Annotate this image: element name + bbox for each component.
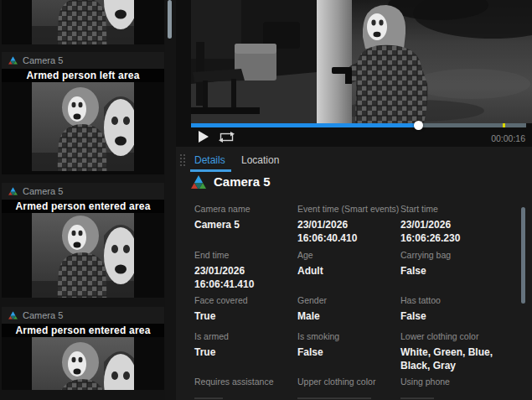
event-label: Armed person left area	[2, 69, 164, 82]
event-camera-name: Camera 5	[23, 186, 63, 196]
detail-label: Is smoking	[297, 331, 397, 341]
detail-field-age: Age Adult	[297, 250, 400, 291]
detail-label: Carrying bag	[400, 250, 500, 260]
camera-title: Camera 5	[214, 174, 271, 189]
detail-value: 23/01/202616:06:26.230	[400, 218, 500, 245]
detail-label: Is armed	[194, 331, 294, 341]
event-card-header: Camera 5	[2, 52, 164, 69]
detail-field-end-time: End time 23/01/202616:06:41.410	[194, 250, 297, 291]
event-thumbnail	[2, 82, 164, 174]
event-card-partial[interactable]	[2, 0, 164, 44]
camera-title-row: Camera 5	[191, 174, 271, 189]
detail-field-start-time: Start time 23/01/202616:06:26.230	[400, 204, 504, 245]
detail-field-lower-clothing-color: Lower clothing color White, Green, Blue,…	[400, 331, 504, 372]
detail-label: Face covered	[194, 295, 294, 305]
detail-label: End time	[194, 250, 294, 260]
detail-field-requires-assistance: Requires assistance	[194, 377, 297, 391]
details-scrollbar[interactable]	[521, 207, 525, 304]
detail-label: Upper clothing color	[297, 377, 397, 387]
detail-label: Has tattoo	[400, 295, 500, 305]
tab-details[interactable]: Details	[194, 154, 225, 166]
detail-field-has-tattoo: Has tattoo False	[400, 295, 504, 323]
loop-playback-icon	[218, 132, 235, 143]
camera-brand-triangle-logo-icon	[8, 311, 18, 319]
event-card-armed-entered-1[interactable]: Camera 5 Armed person entered area	[2, 183, 164, 298]
drag-handle-icon[interactable]	[179, 153, 186, 167]
detail-label: Start time	[400, 204, 500, 214]
sidebar-scrollbar[interactable]	[168, 0, 172, 39]
event-label: Armed person entered area	[2, 324, 164, 337]
playback-controls: 00:00:16	[176, 127, 532, 147]
detail-label: Event time (Smart events)	[297, 204, 397, 214]
details-section: Details Location Camera 5 Camera name Ca…	[176, 147, 532, 400]
playback-timestamp: 00:00:16	[491, 133, 525, 143]
thumbnail-image	[32, 0, 134, 44]
detail-label: Requires assistance	[194, 377, 294, 387]
thumbnail-image	[32, 82, 134, 171]
play-icon	[198, 131, 209, 143]
details-row: Face covered True Gender Male Has tattoo…	[194, 295, 526, 323]
detail-field-face-covered: Face covered True	[194, 295, 297, 323]
detail-value: False	[400, 309, 500, 323]
detail-value: 23/01/202616:06:41.410	[194, 264, 294, 291]
video-player[interactable]	[191, 0, 532, 123]
detail-label: Lower clothing color	[400, 331, 500, 341]
cutoff-value-hint	[194, 397, 223, 399]
camera-brand-triangle-logo-icon	[191, 175, 206, 189]
loop-playback-button[interactable]	[218, 132, 235, 143]
details-row: Is armed True Is smoking False Lower clo…	[194, 331, 526, 372]
details-row: Camera name Camera 5 Event time (Smart e…	[194, 204, 526, 245]
event-thumbnail	[2, 213, 164, 298]
detail-label: Using phone	[400, 377, 500, 387]
detail-value: True	[194, 345, 294, 359]
cutoff-value-hint	[297, 397, 371, 399]
event-card-armed-entered-2[interactable]: Camera 5 Armed person entered area	[2, 307, 164, 390]
detail-value: 23/01/202616:06:40.410	[297, 218, 397, 245]
detail-label: Age	[297, 250, 397, 260]
detail-field-using-phone: Using phone	[400, 377, 504, 391]
detail-field-carrying-bag: Carrying bag False	[400, 250, 504, 291]
thumbnail-image	[32, 337, 134, 390]
detail-label: Camera name	[194, 204, 294, 214]
video-section: 00:00:16	[176, 0, 532, 147]
event-thumbnail	[2, 0, 164, 44]
event-camera-name: Camera 5	[23, 310, 63, 320]
event-card-header: Camera 5	[2, 307, 164, 324]
detail-value: True	[194, 309, 294, 323]
thumbnail-image	[32, 213, 134, 298]
detail-field-is-armed: Is armed True	[194, 331, 297, 372]
event-label: Armed person entered area	[2, 200, 164, 213]
camera-brand-triangle-logo-icon	[8, 56, 18, 65]
event-detail-panel: 00:00:16 Details Location Camera 5 Camer…	[176, 0, 532, 400]
camera-brand-triangle-logo-icon	[8, 187, 18, 195]
cutoff-value-hint	[400, 397, 434, 399]
tab-location[interactable]: Location	[241, 154, 279, 166]
event-camera-name: Camera 5	[23, 55, 63, 65]
detail-field-event-time: Event time (Smart events) 23/01/202616:0…	[297, 204, 400, 245]
video-frame-image	[191, 0, 532, 123]
details-row: End time 23/01/202616:06:41.410 Age Adul…	[194, 250, 526, 291]
detail-value: False	[297, 345, 397, 359]
detail-value: Male	[297, 309, 397, 323]
event-card-header: Camera 5	[2, 183, 164, 200]
play-button[interactable]	[198, 131, 209, 143]
detail-field-camera-name: Camera name Camera 5	[194, 204, 297, 245]
detail-value: White, Green, Blue,Black, Gray	[400, 345, 500, 372]
details-row: Requires assistance Upper clothing color…	[194, 377, 526, 391]
detail-field-upper-clothing-color: Upper clothing color	[297, 377, 400, 391]
event-thumbnail	[2, 337, 164, 390]
detail-field-is-smoking: Is smoking False	[297, 331, 400, 372]
detail-field-gender: Gender Male	[297, 295, 400, 323]
detail-value: Adult	[297, 264, 397, 278]
event-list-sidebar: Camera 5 Armed person left area Camera 5…	[0, 0, 165, 400]
detail-label: Gender	[297, 295, 397, 305]
detail-value: False	[400, 264, 500, 278]
detail-value: Camera 5	[194, 218, 294, 231]
event-card-armed-left[interactable]: Camera 5 Armed person left area	[2, 52, 164, 174]
